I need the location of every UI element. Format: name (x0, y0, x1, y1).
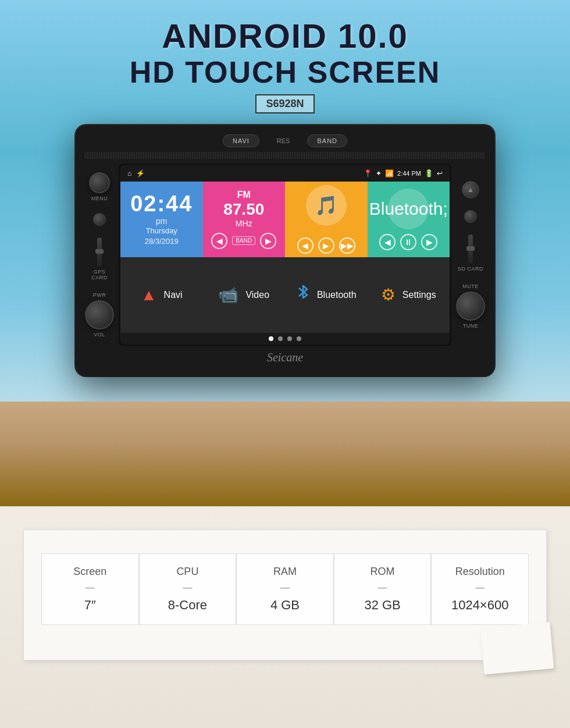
settings-app-tile[interactable]: ⚙ Settings (368, 257, 450, 333)
right-controls: ▲ SD CARD MUTE TUNE (456, 181, 485, 329)
spec-label-3: ROM (343, 566, 422, 578)
spec-label-0: Screen (51, 566, 130, 578)
spec-divider-1: — (148, 583, 227, 593)
back-icon[interactable]: ↩ (437, 169, 443, 177)
pwr-vol-group: PWR VOL (85, 292, 114, 338)
menu-knob-group: MENU (89, 172, 110, 201)
device-screen[interactable]: ⌂ ⚡ 📍 ✦ 📶 2:44 PM 🔋 ↩ (119, 164, 451, 346)
dot-2 (278, 336, 283, 341)
video-app-tile[interactable]: 📹 Video (203, 257, 286, 333)
status-time: 2:44 PM (397, 170, 421, 177)
spec-item-resolution: Resolution — 1024×600 (431, 553, 529, 625)
music-prev-button[interactable]: ◀ (297, 237, 314, 254)
dot-3 (287, 336, 292, 341)
menu-label: MENU (91, 196, 108, 201)
vol-knob[interactable] (85, 300, 114, 329)
music-play-button[interactable]: ▶ (318, 237, 334, 254)
spec-value-4: 1024×600 (440, 598, 519, 613)
bt-prev-button[interactable]: ◀ (379, 234, 396, 250)
main-title-line1: ANDROID 10.0 (130, 17, 441, 55)
bluetooth-icon-circle: Bluetooth; (388, 189, 429, 229)
tune-label: TUNE (463, 323, 479, 329)
spec-value-0: 7″ (51, 598, 130, 613)
small-knob-left[interactable] (93, 213, 106, 226)
gps-card-label: GPS CARD (85, 269, 114, 280)
small-knob-right[interactable] (464, 210, 477, 223)
pwr-label: PWR (93, 292, 106, 298)
bluetooth-app-tile[interactable]: Bluetooth (285, 257, 368, 333)
home-icon: ⌂ (127, 169, 131, 177)
usb-icon: ⚡ (136, 169, 145, 177)
navi-button[interactable]: NAVI (223, 134, 259, 147)
specs-grid: Screen — 7″ CPU — 8-Core RAM — 4 GB ROM … (41, 553, 529, 625)
bluetooth-icon: Bluetooth; (369, 199, 448, 219)
bt-next-button[interactable]: ▶ (421, 234, 437, 250)
music-next-button[interactable]: ▶▶ (339, 237, 355, 254)
bt-app-svg (296, 284, 310, 301)
fm-frequency: 87.50 (223, 200, 264, 219)
model-badge: S6928N (255, 94, 314, 113)
dot-1 (269, 336, 273, 341)
music-note-icon: 🎵 (315, 194, 338, 216)
eject-button[interactable]: ▲ (462, 181, 479, 198)
top-section: ANDROID 10.0 HD TOUCH SCREEN S6928N NAVI… (0, 0, 570, 506)
bluetooth-tile[interactable]: Bluetooth; ◀ ⏸ ▶ (368, 182, 450, 257)
specs-section: Screen — 7″ CPU — 8-Core RAM — 4 GB ROM … (0, 506, 570, 728)
spec-divider-4: — (440, 583, 519, 593)
spec-value-2: 4 GB (245, 598, 325, 613)
sd-card-label: SD CARD (458, 266, 483, 272)
tune-knob[interactable] (456, 292, 485, 321)
bluetooth-app-label: Bluetooth (317, 290, 357, 300)
clock-date: Thursday 28/3/2019 (145, 226, 179, 247)
fm-controls: ◀ BAND ▶ (211, 233, 276, 249)
navi-label: Navi (164, 290, 183, 300)
clock-tile[interactable]: 02:44 pm Thursday 28/3/2019 (120, 182, 203, 257)
slider-control-left[interactable] (97, 237, 102, 267)
battery-icon: 🔋 (425, 169, 433, 177)
headline: ANDROID 10.0 HD TOUCH SCREEN S6928N (130, 0, 441, 113)
dot-4 (297, 336, 301, 341)
clock-ampm: pm (156, 216, 167, 226)
gps-card-group: GPS CARD (85, 237, 114, 280)
sd-card-group: SD CARD (458, 235, 483, 272)
bluetooth-status-icon: ✦ (376, 169, 382, 177)
mute-tune-group: MUTE TUNE (456, 283, 485, 329)
spec-divider-2: — (245, 583, 325, 593)
bt-play-button[interactable]: ⏸ (400, 234, 416, 250)
stereo-unit: NAVI RES BAND MENU GPS CARD (76, 125, 494, 376)
spec-item-ram: RAM — 4 GB (236, 553, 334, 625)
left-controls: MENU GPS CARD PWR VOL (85, 172, 114, 338)
spec-label-1: CPU (148, 566, 227, 578)
fm-prev-button[interactable]: ◀ (211, 233, 227, 249)
fm-next-button[interactable]: ▶ (260, 233, 276, 249)
settings-label: Settings (402, 290, 436, 300)
video-label: Video (245, 290, 269, 300)
menu-knob[interactable] (89, 172, 110, 193)
fm-tile[interactable]: FM 87.50 MHz ◀ BAND ▶ (203, 182, 286, 257)
music-tile[interactable]: 🎵 ◀ ▶ ▶▶ (285, 182, 368, 257)
music-controls: ◀ ▶ ▶▶ (297, 237, 355, 254)
desk-surface (0, 402, 570, 506)
clock-time: 02:44 (130, 191, 193, 216)
brand-logo: Seicane (85, 346, 485, 367)
mute-label: MUTE (462, 283, 479, 289)
navi-app-tile[interactable]: ▲ Navi (120, 257, 203, 333)
spec-value-1: 8-Core (148, 598, 227, 613)
spec-item-screen: Screen — 7″ (41, 553, 139, 625)
stereo-top-bar: NAVI RES BAND (85, 134, 485, 147)
music-icon-circle: 🎵 (306, 185, 347, 226)
vol-label: VOL (94, 332, 105, 338)
band-button[interactable]: BAND (307, 134, 347, 147)
spec-divider-0: — (51, 583, 130, 593)
fm-label: FM (237, 190, 251, 200)
stereo-body: MENU GPS CARD PWR VOL (85, 164, 485, 346)
wifi-icon: 📶 (385, 169, 394, 177)
spec-label-2: RAM (245, 566, 325, 578)
status-bar-left: ⌂ ⚡ (127, 169, 145, 177)
status-bar-right: 📍 ✦ 📶 2:44 PM 🔋 ↩ (364, 169, 443, 177)
res-button[interactable]: RES (277, 137, 290, 144)
slider-control-right[interactable] (468, 235, 473, 264)
status-bar: ⌂ ⚡ 📍 ✦ 📶 2:44 PM 🔋 ↩ (120, 165, 450, 182)
speaker-grille (85, 152, 485, 159)
main-title-line2: HD TOUCH SCREEN (130, 55, 441, 90)
